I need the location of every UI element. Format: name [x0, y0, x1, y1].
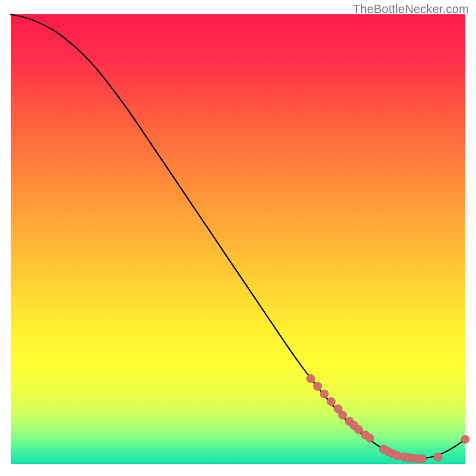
plot-area-fill	[11, 14, 465, 464]
chart-stage: TheBottleNecker.com	[0, 0, 476, 476]
data-point	[418, 455, 426, 463]
data-point	[461, 435, 469, 443]
data-point	[339, 411, 347, 419]
chart-svg	[0, 0, 476, 476]
data-point	[320, 390, 328, 398]
data-point	[306, 374, 315, 383]
data-point	[314, 382, 322, 390]
data-point	[434, 453, 442, 461]
chart-background	[11, 14, 465, 464]
data-point	[327, 397, 336, 406]
data-point	[366, 434, 374, 442]
data-point	[354, 425, 362, 434]
